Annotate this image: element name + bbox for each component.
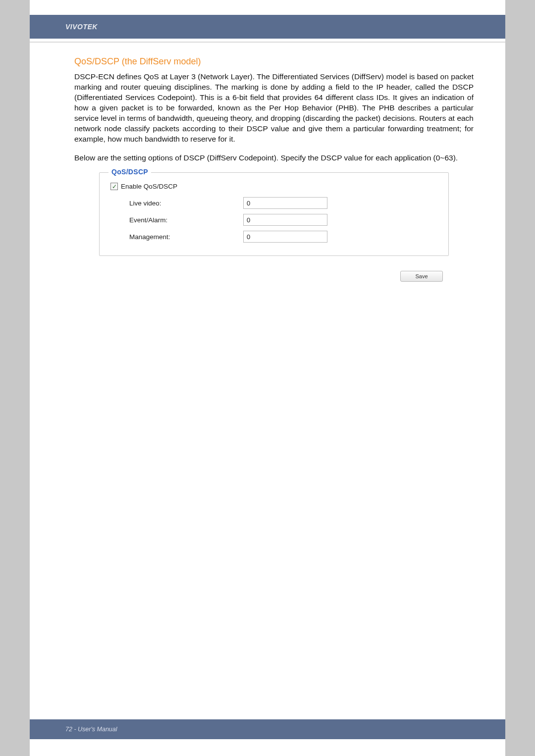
enable-qos-label: Enable QoS/DSCP [121, 183, 177, 190]
management-label: Management: [129, 233, 243, 241]
section-title: QoS/DSCP (the DiffServ model) [74, 56, 474, 67]
event-alarm-input[interactable] [243, 214, 327, 226]
footer-band: 72 - User's Manual [30, 719, 505, 739]
management-row: Management: [129, 231, 440, 243]
page: VIVOTEK QoS/DSCP (the DiffServ model) DS… [30, 0, 505, 756]
save-button[interactable]: Save [400, 271, 443, 282]
paragraph-1: DSCP-ECN defines QoS at Layer 3 (Network… [74, 72, 474, 144]
event-alarm-row: Event/Alarm: [129, 214, 440, 226]
qos-dscp-fieldset: QoS/DSCP ✓ Enable QoS/DSCP Live video: E… [99, 172, 449, 256]
management-input[interactable] [243, 231, 327, 243]
brand-label: VIVOTEK [65, 23, 98, 31]
live-video-row: Live video: [129, 197, 440, 209]
paragraph-2: Below are the setting options of DSCP (D… [74, 153, 474, 163]
event-alarm-label: Event/Alarm: [129, 216, 243, 224]
live-video-input[interactable] [243, 197, 327, 209]
header-band: VIVOTEK [30, 15, 505, 39]
enable-qos-checkbox[interactable]: ✓ [110, 183, 118, 190]
footer-text: 72 - User's Manual [65, 726, 117, 733]
enable-qos-row: ✓ Enable QoS/DSCP [110, 183, 440, 190]
save-row: Save [74, 271, 474, 282]
live-video-label: Live video: [129, 200, 243, 207]
content-area: QoS/DSCP (the DiffServ model) DSCP-ECN d… [30, 43, 505, 282]
fieldset-legend: QoS/DSCP [108, 168, 151, 176]
